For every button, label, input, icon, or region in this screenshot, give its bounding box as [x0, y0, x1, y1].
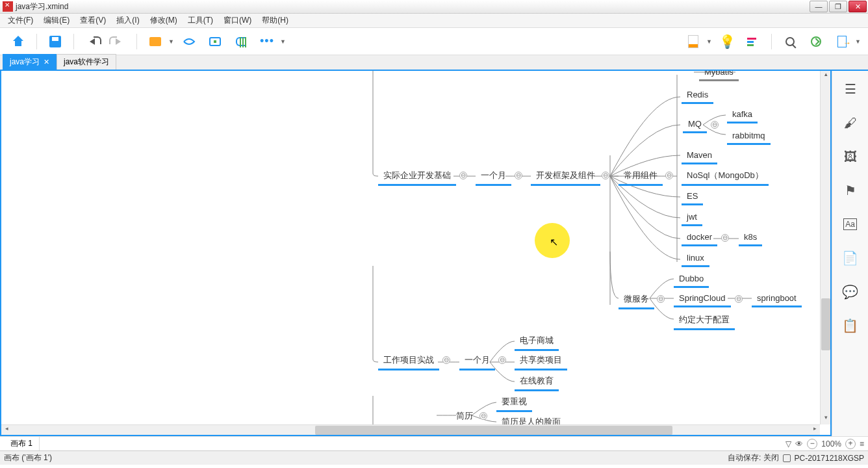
node-docker[interactable]: docker: [682, 229, 717, 246]
boundary-button[interactable]: [205, 31, 225, 52]
save-button[interactable]: [45, 31, 66, 52]
hscroll-thumb[interactable]: [315, 426, 672, 435]
collapse-month-a[interactable]: ⊖: [515, 172, 522, 179]
collapse-resume[interactable]: ⊖: [479, 412, 487, 420]
collapse-springcloud[interactable]: ⊖: [735, 295, 743, 303]
node-sharing[interactable]: 共享类项目: [515, 352, 567, 370]
share-button[interactable]: [806, 31, 826, 52]
collapse-components[interactable]: ⊖: [665, 172, 673, 179]
menu-window[interactable]: 窗口(W): [218, 14, 257, 27]
node-k8s[interactable]: k8s: [739, 229, 762, 246]
search-button[interactable]: [780, 31, 800, 52]
maximize-button[interactable]: ❐: [829, 1, 847, 12]
node-dev-framework[interactable]: 开发框架及组件: [531, 167, 600, 186]
zoom-in-button[interactable]: +: [845, 439, 856, 449]
format-panel-icon[interactable]: 🖌: [843, 115, 858, 131]
home-button[interactable]: [8, 31, 29, 52]
scroll-right-button[interactable]: ▸: [810, 425, 820, 436]
export-dropdown[interactable]: ▼: [855, 38, 863, 45]
brainstorm-button[interactable]: 💡: [717, 31, 737, 52]
node-resume[interactable]: 简历: [451, 408, 478, 426]
zoom-out-button[interactable]: −: [807, 439, 817, 449]
menu-file[interactable]: 文件(F): [3, 14, 38, 27]
node-common-components[interactable]: 常用组件: [619, 167, 663, 186]
status-bar: 画布 ('画布 1') 自动保存: 关闭 PC-20171218XGSP: [0, 450, 868, 465]
menu-edit[interactable]: 编辑(E): [38, 14, 75, 27]
app-icon: [3, 1, 13, 12]
collapse-microservice[interactable]: ⊖: [657, 295, 665, 303]
relationship-button[interactable]: [179, 31, 199, 52]
node-important[interactable]: 要重视: [496, 393, 532, 412]
node-config-over[interactable]: 约定大于配置: [674, 311, 735, 330]
mindmap-canvas[interactable]: ↖ Mybatis Redis MQ ⊖ kafka rabbitmq Mave…: [1, 71, 830, 424]
gantt-button[interactable]: [743, 31, 763, 52]
text-panel-icon[interactable]: Aa: [843, 216, 858, 232]
collapse-mq[interactable]: ⊖: [711, 121, 719, 129]
collapse-month-b[interactable]: ⊖: [498, 356, 506, 364]
node-redis[interactable]: Redis: [682, 87, 713, 104]
redo-button[interactable]: [108, 31, 129, 52]
tab-active[interactable]: java学习 ✕: [3, 54, 57, 70]
node-es[interactable]: ES: [682, 188, 703, 205]
scroll-down-button[interactable]: ▾: [821, 414, 831, 424]
node-microservice[interactable]: 微服务: [619, 291, 654, 309]
node-one-month-a[interactable]: 一个月: [476, 167, 511, 186]
node-online-edu[interactable]: 在线教育: [515, 372, 559, 391]
collapse-enterprise[interactable]: ⊖: [459, 172, 467, 179]
presentation-dropdown[interactable]: ▼: [706, 38, 714, 45]
node-rabbitmq[interactable]: rabbitmq: [727, 128, 771, 145]
export-button[interactable]: [832, 31, 852, 52]
sheet-tab[interactable]: 画布 1: [4, 437, 40, 450]
outline-panel-icon[interactable]: ☰: [843, 81, 858, 97]
node-kafka[interactable]: kafka: [727, 107, 758, 124]
filter-icon[interactable]: ▽: [785, 439, 791, 448]
node-enterprise-basics[interactable]: 实际企业开发基础: [378, 167, 456, 186]
collapse-docker[interactable]: ⊖: [721, 234, 729, 242]
more-button[interactable]: •••: [257, 31, 277, 52]
node-nosql[interactable]: NoSql（MongoDb）: [682, 167, 769, 186]
menu-help[interactable]: 帮助(H): [257, 14, 294, 27]
fit-icon[interactable]: ≡: [860, 439, 864, 448]
comments-panel-icon[interactable]: 💬: [843, 284, 858, 300]
node-one-month-b[interactable]: 一个月: [459, 352, 495, 370]
node-maven[interactable]: Maven: [682, 148, 717, 164]
collapse-framework[interactable]: ⊖: [602, 172, 609, 179]
node-dubbo[interactable]: Dubbo: [674, 271, 709, 288]
tab-inactive[interactable]: java软件学习: [57, 54, 116, 70]
minimize-button[interactable]: —: [810, 1, 828, 12]
scroll-up-button[interactable]: ▴: [821, 71, 831, 81]
node-ecommerce[interactable]: 电子商城: [515, 332, 559, 351]
marker-panel-icon[interactable]: ⚑: [843, 183, 858, 198]
image-panel-icon[interactable]: 🖼: [843, 149, 858, 164]
horizontal-scrollbar[interactable]: ◂ ▸: [1, 424, 820, 435]
notes-panel-icon[interactable]: 📄: [843, 250, 858, 266]
node-project-practice[interactable]: 工作项目实战: [378, 352, 439, 370]
node-linux[interactable]: linux: [682, 250, 709, 267]
node-mq[interactable]: MQ: [683, 116, 707, 133]
status-computer-icon: [783, 454, 791, 462]
close-button[interactable]: ✕: [849, 1, 867, 12]
menu-insert[interactable]: 插入(I): [111, 14, 144, 27]
collapse-practice[interactable]: ⊖: [442, 356, 450, 364]
undo-button[interactable]: [82, 31, 103, 52]
menu-view[interactable]: 查看(V): [75, 14, 111, 27]
print-dropdown[interactable]: ▼: [168, 38, 176, 45]
gantt-icon: [747, 36, 759, 47]
vscroll-thumb[interactable]: [821, 298, 830, 350]
node-springcloud[interactable]: SpringCloud: [674, 291, 731, 307]
more-dropdown[interactable]: ▼: [280, 38, 288, 45]
node-jwt[interactable]: jwt: [682, 209, 702, 226]
scroll-left-button[interactable]: ◂: [1, 425, 12, 436]
menu-tools[interactable]: 工具(T): [183, 14, 218, 27]
summary-button[interactable]: [231, 31, 251, 52]
node-springboot[interactable]: springboot: [752, 291, 802, 307]
eye-icon[interactable]: 👁: [795, 439, 803, 448]
tab-close-icon[interactable]: ✕: [44, 58, 49, 66]
node-mybatis[interactable]: Mybatis: [699, 71, 739, 81]
vertical-scrollbar[interactable]: ▴ ▾: [820, 71, 830, 424]
print-button[interactable]: [145, 31, 166, 52]
presentation-button[interactable]: [683, 31, 704, 52]
window-title: java学习.xmind: [16, 1, 68, 12]
task-panel-icon[interactable]: 📋: [843, 318, 858, 333]
menu-modify[interactable]: 修改(M): [145, 14, 183, 27]
